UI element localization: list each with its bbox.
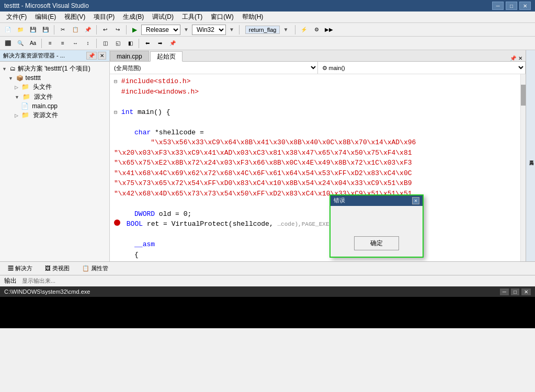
code-line-14: DWORD old = 0;: [114, 209, 521, 220]
tab-class[interactable]: 🖼 类视图: [39, 263, 75, 274]
tb-btn-a[interactable]: ⚡: [298, 25, 310, 35]
terminal-titlebar: C:\WINDOWS\system32\cmd.exe ─ □ ✕: [0, 286, 535, 297]
menu-help[interactable]: 帮助(H): [238, 11, 268, 22]
tb2-btn5[interactable]: ≡: [57, 38, 69, 49]
tree-project[interactable]: ▼ 📦 testttt: [0, 74, 109, 82]
tb2-btn7[interactable]: ↕: [82, 38, 94, 49]
tb-btn-b[interactable]: ⚙: [311, 25, 322, 35]
tb2-btn8[interactable]: ◫: [99, 38, 111, 49]
sep8: [139, 39, 139, 48]
menu-file[interactable]: 文件(F): [2, 11, 31, 22]
redo-btn[interactable]: ↪: [112, 25, 123, 35]
menu-debug[interactable]: 调试(D): [148, 11, 178, 22]
tree-main-cpp[interactable]: 📄 main.cpp: [0, 102, 109, 110]
tab-start-page[interactable]: 起始页: [150, 51, 183, 62]
config-area: ▶ Release Debug ▼ Win32 x64 ▼ return_fla…: [129, 25, 292, 35]
new-btn[interactable]: 📄: [2, 25, 14, 35]
window-controls: ─ □ ✕: [492, 2, 531, 10]
tree-sources[interactable]: ▼ 📁 源文件: [0, 92, 109, 102]
terminal-text: [0, 297, 535, 308]
tree-solution[interactable]: ▼ 🗂 解决方案 'testttt'(1 个项目): [0, 64, 109, 74]
se-tree: ▼ 🗂 解决方案 'testttt'(1 个项目) ▼ 📦 testttt ▷ …: [0, 62, 109, 261]
expand-resources: ▷: [15, 113, 18, 118]
expand-icon: ▼: [2, 66, 7, 72]
code-nav: (全局范围) ⚙ main(): [110, 62, 526, 74]
kw-int: int: [121, 108, 133, 116]
terminal-min[interactable]: ─: [500, 289, 509, 295]
right-panel: 工具箱 服务器 数据 源控制: [526, 50, 535, 261]
jmp-target: shellcode;: [167, 261, 208, 261]
expand2: [114, 89, 117, 95]
tab-main-cpp[interactable]: main.cpp: [110, 51, 149, 61]
tb2-btn2[interactable]: 🔍: [15, 38, 26, 49]
code-line-3: [114, 97, 521, 107]
dialog-body: 确定: [331, 206, 423, 257]
tb2-btn11[interactable]: ⬅: [142, 38, 153, 49]
close-button[interactable]: ✕: [519, 2, 531, 10]
terminal-max[interactable]: □: [511, 289, 519, 295]
code-content[interactable]: ⊟ #include<stdio.h> #include<windows.h> …: [110, 74, 526, 261]
tab-solution[interactable]: ☰ 解决方: [2, 263, 38, 274]
config-arrow: ▼: [184, 27, 189, 32]
tb2-btn12[interactable]: ➡: [154, 38, 166, 49]
code-line-8: "\x20\x03\xF3\x33\xC9\x41\xAD\x03\xC3\x8…: [114, 148, 521, 158]
solution-icon: 🗂: [10, 65, 16, 72]
dialog-title: 错误: [334, 197, 345, 205]
expand-headers: ▷: [15, 85, 18, 90]
sep3: [126, 25, 127, 34]
dialog-ok-button[interactable]: 确定: [354, 236, 399, 250]
tb2-btn13[interactable]: 📌: [167, 38, 178, 49]
function-select[interactable]: ⚙ main(): [318, 62, 526, 74]
sep4: [239, 25, 240, 34]
save-btn[interactable]: 💾: [27, 25, 39, 35]
tree-resources[interactable]: ▷ 📁 资源文件: [0, 110, 109, 120]
terminal-title: C:\WINDOWS\system32\cmd.exe: [4, 289, 90, 295]
tree-headers[interactable]: ▷ 📁 头文件: [0, 82, 109, 92]
tab-properties[interactable]: 📋 属性管: [76, 263, 114, 274]
include1: #include<stdio.h>: [121, 77, 191, 85]
main-layout: 解决方案资源管理器 - ... 📌 ✕ ▼ 🗂 解决方案 'testttt'(1…: [0, 50, 535, 261]
tb2-btn3[interactable]: Aa: [27, 38, 39, 49]
tb2-btn6[interactable]: ↔: [70, 38, 81, 49]
menu-edit[interactable]: 编辑(E): [31, 11, 60, 22]
menu-build[interactable]: 生成(B): [119, 11, 148, 22]
editor-pin[interactable]: 📌: [510, 55, 516, 61]
platform-select[interactable]: Win32 x64: [192, 25, 226, 35]
config-select[interactable]: Release Debug: [141, 25, 180, 35]
code-line-17: __asm: [114, 239, 521, 250]
tb2-btn4[interactable]: ≡: [44, 38, 56, 49]
scrollbar-thumb[interactable]: [521, 85, 526, 106]
menu-tools[interactable]: 工具(T): [178, 11, 207, 22]
scope-select[interactable]: (全局范围): [110, 62, 318, 74]
tb-btn-c[interactable]: ▶▶: [323, 25, 335, 35]
se-header: 解决方案资源管理器 - ... 📌 ✕: [0, 50, 109, 62]
se-close[interactable]: ✕: [98, 52, 106, 60]
kw-bool: BOOL: [127, 220, 143, 228]
tb2-btn1[interactable]: ⬛: [2, 38, 14, 49]
code-line-19: jmp shellcode;: [114, 260, 521, 261]
save-all-btn[interactable]: 💾: [40, 25, 51, 35]
tb2-btn9[interactable]: ◱: [112, 38, 123, 49]
tb2-btn10[interactable]: ◧: [124, 38, 136, 49]
terminal-close[interactable]: ✕: [521, 289, 531, 295]
paste-btn[interactable]: 📌: [82, 25, 94, 35]
code-line-5: [114, 117, 521, 128]
se-pin[interactable]: 📌: [86, 52, 97, 60]
cut-btn[interactable]: ✂: [57, 25, 69, 35]
copy-btn[interactable]: 📋: [70, 25, 81, 35]
editor-close[interactable]: ✕: [518, 55, 522, 61]
sources-label: 源文件: [34, 93, 53, 100]
dialog-titlebar: 错误 ✕: [331, 195, 423, 206]
output-label: 输出: [4, 276, 17, 285]
undo-btn[interactable]: ↩: [99, 25, 111, 35]
minimize-button[interactable]: ─: [492, 2, 504, 10]
menu-view[interactable]: 视图(V): [60, 11, 89, 22]
code-line-18: {: [114, 250, 521, 260]
code-scrollbar[interactable]: [520, 74, 526, 261]
dialog-close-btn[interactable]: ✕: [412, 197, 419, 204]
menu-project[interactable]: 项目(P): [89, 11, 119, 22]
open-btn[interactable]: 📁: [15, 25, 26, 35]
menu-window[interactable]: 窗口(W): [207, 11, 237, 22]
maximize-button[interactable]: □: [506, 2, 517, 10]
terminal-content[interactable]: [0, 297, 535, 328]
